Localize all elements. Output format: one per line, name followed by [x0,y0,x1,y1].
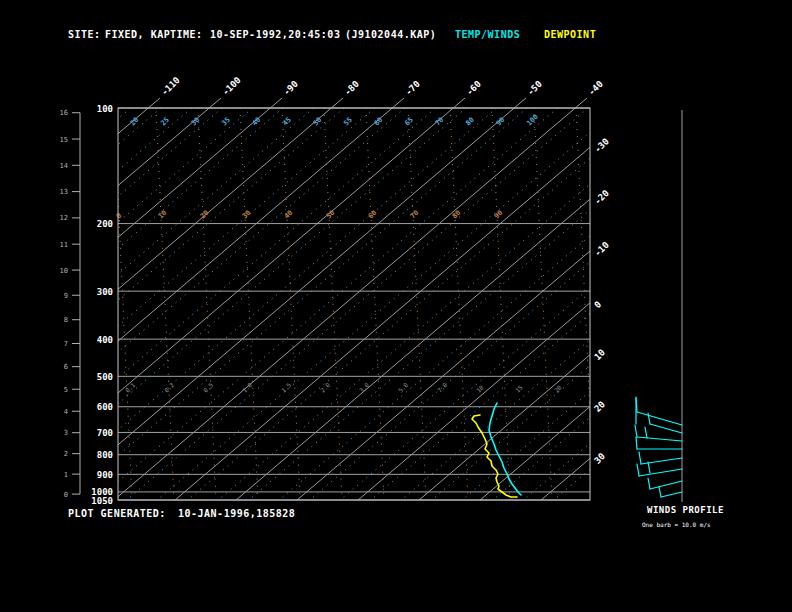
svg-text:-100: -100 [220,75,242,97]
svg-text:3: 3 [64,429,68,437]
svg-text:30: 30 [190,116,202,128]
svg-text:-60: -60 [464,79,483,98]
svg-text:4: 4 [64,408,68,416]
svg-text:100: 100 [525,113,540,128]
svg-text:65: 65 [403,116,415,128]
svg-text:70: 70 [409,209,421,221]
mixing-ratio-labels: 0.10.20.51.01.52.03.05.07.0101520 [124,381,563,394]
skewt-chart: 1002003004005006007008009001000105001234… [0,0,792,612]
dry-adiabat-lines [114,108,594,500]
svg-text:7: 7 [64,340,68,348]
moist-adiabat-labels: 20253035404550556065708090100 [129,113,540,128]
svg-text:70: 70 [434,116,446,128]
svg-text:90: 90 [495,116,507,128]
svg-text:60: 60 [373,116,385,128]
svg-text:400: 400 [97,335,113,345]
svg-text:-40: -40 [586,79,605,98]
svg-text:600: 600 [97,402,113,412]
svg-text:30: 30 [592,451,607,466]
svg-text:800: 800 [97,450,113,460]
svg-text:0.2: 0.2 [163,381,176,394]
svg-text:12: 12 [60,214,68,222]
svg-text:200: 200 [97,219,113,229]
svg-text:1: 1 [64,471,68,479]
svg-text:0: 0 [64,491,68,499]
svg-text:-30: -30 [592,136,611,155]
dry-adiabat-labels: 0102030405060708090 [115,209,505,221]
svg-text:6: 6 [64,363,68,371]
svg-text:50: 50 [312,116,324,128]
svg-text:45: 45 [281,116,293,128]
skewt-screen: SITE: FIXED, KAP TIME: 10-SEP-1992,20:45… [0,0,792,612]
moist-adiabat-lines [0,108,792,500]
svg-text:1050: 1050 [91,496,113,506]
svg-text:60: 60 [367,209,379,221]
svg-text:20: 20 [129,116,141,128]
svg-text:40: 40 [251,116,263,128]
svg-text:15: 15 [514,383,524,393]
svg-text:9: 9 [64,292,68,300]
pressure-axis-labels: 10020030040050060070080090010001050 [91,104,113,506]
height-axis: 012345678910111213141516 [60,109,80,498]
svg-text:35: 35 [220,116,232,128]
svg-text:0: 0 [592,299,603,310]
svg-text:-70: -70 [403,79,422,98]
svg-text:-50: -50 [525,79,544,98]
svg-text:8: 8 [64,316,68,324]
svg-text:5.0: 5.0 [397,381,410,394]
svg-text:14: 14 [60,162,68,170]
svg-text:10: 10 [157,209,169,221]
svg-text:3.0: 3.0 [358,381,371,394]
svg-text:900: 900 [97,470,113,480]
svg-text:13: 13 [60,188,68,196]
svg-text:15: 15 [60,136,68,144]
svg-text:-90: -90 [281,79,300,98]
svg-text:16: 16 [60,109,68,117]
svg-text:90: 90 [493,209,505,221]
svg-text:25: 25 [159,116,171,128]
svg-text:-110: -110 [159,75,181,97]
svg-text:0.1: 0.1 [124,381,137,394]
svg-text:500: 500 [97,372,113,382]
svg-text:1.5: 1.5 [280,381,293,394]
svg-text:11: 11 [60,241,68,249]
svg-text:7.0: 7.0 [436,381,449,394]
wind-barbs [635,397,682,497]
svg-text:30: 30 [241,209,253,221]
svg-text:40: 40 [283,209,295,221]
svg-text:80: 80 [464,116,476,128]
svg-text:-10: -10 [592,240,611,259]
svg-text:10: 10 [592,347,607,362]
svg-text:-80: -80 [342,79,361,98]
svg-text:2.0: 2.0 [319,381,332,394]
svg-text:5: 5 [64,386,68,394]
svg-text:10: 10 [475,383,485,393]
svg-text:80: 80 [451,209,463,221]
temperature-trace [489,403,521,495]
svg-text:100: 100 [97,104,113,114]
svg-text:2: 2 [64,450,68,458]
svg-text:700: 700 [97,428,113,438]
svg-text:50: 50 [325,209,337,221]
svg-text:300: 300 [97,287,113,297]
svg-text:20: 20 [592,399,607,414]
svg-text:-20: -20 [592,188,611,207]
svg-text:10: 10 [60,267,68,275]
svg-text:0.5: 0.5 [202,381,215,394]
svg-text:55: 55 [342,116,354,128]
